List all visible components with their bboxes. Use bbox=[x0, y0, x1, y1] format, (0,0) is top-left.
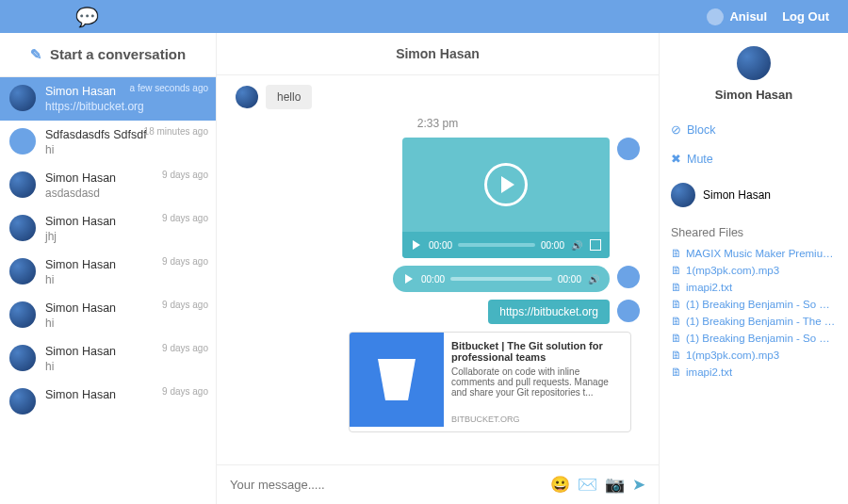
block-button[interactable]: ⊘Block bbox=[671, 115, 837, 144]
current-user[interactable]: Anisul bbox=[729, 9, 767, 24]
mute-icon: ✖ bbox=[671, 153, 681, 166]
chat-panel: Simon Hasan hello 2:33 pm 00:00 00:00 🔊 bbox=[217, 33, 660, 504]
play-button-icon[interactable] bbox=[402, 272, 416, 285]
bitbucket-logo-icon bbox=[350, 333, 444, 427]
file-item[interactable]: 🗎imapi2.txt bbox=[671, 279, 837, 296]
conversation-item[interactable]: Simon Hasanhttps://bitbucket.orga few se… bbox=[0, 77, 216, 121]
outgoing-link-message: https://bitbucket.org bbox=[236, 300, 640, 324]
profile-name: Simon Hasan bbox=[671, 88, 837, 102]
logout-link[interactable]: Log Out bbox=[782, 9, 829, 24]
attachment-icon[interactable]: ✉️ bbox=[578, 475, 597, 495]
file-item[interactable]: 🗎(1) Breaking Benjamin - The Diary of Ja… bbox=[671, 313, 837, 330]
audio-player[interactable]: 00:00 00:00 🔊 bbox=[393, 266, 610, 292]
conv-time: 9 days ago bbox=[162, 386, 208, 397]
shared-files-list: 🗎MAGIX Music Maker Premium - Music makin… bbox=[671, 245, 837, 381]
emoji-icon[interactable]: 😀 bbox=[550, 475, 570, 495]
conv-time: 9 days ago bbox=[162, 256, 208, 267]
play-icon[interactable] bbox=[484, 163, 528, 206]
avatar-icon bbox=[9, 85, 36, 111]
file-icon: 🗎 bbox=[671, 282, 682, 293]
conversation-item[interactable]: Sdfasdasdfs Sdfsdfhi18 minutes ago bbox=[0, 121, 216, 164]
avatar-icon bbox=[9, 171, 36, 198]
timestamp: 2:33 pm bbox=[236, 117, 640, 130]
chat-header: Simon Hasan bbox=[217, 33, 659, 75]
video-time-current: 00:00 bbox=[429, 240, 452, 251]
chat-bubbles-icon[interactable]: 💬 bbox=[75, 6, 99, 28]
avatar-icon bbox=[9, 258, 36, 285]
member-name: Simon Hasan bbox=[703, 188, 771, 202]
message-composer: 😀 ✉️ 📷 ➤ bbox=[217, 464, 659, 504]
member-row[interactable]: Simon Hasan bbox=[671, 173, 837, 217]
conversation-item[interactable]: Simon Hasanjhj9 days ago bbox=[0, 207, 216, 251]
video-time-total: 00:00 bbox=[541, 240, 564, 251]
play-button-icon[interactable] bbox=[410, 238, 423, 252]
video-seek-bar[interactable] bbox=[458, 243, 535, 247]
conv-time: 9 days ago bbox=[162, 300, 208, 310]
conv-preview: hi bbox=[45, 143, 206, 156]
conversation-item[interactable]: Simon Hasanasdasdasd9 days ago bbox=[0, 164, 216, 207]
compose-icon: ✎ bbox=[30, 46, 42, 62]
conversation-item[interactable]: Simon Hasan9 days ago bbox=[0, 381, 216, 422]
conversation-item[interactable]: Simon Hasanhi9 days ago bbox=[0, 337, 216, 381]
details-panel: Simon Hasan ⊘Block ✖Mute Simon Hasan She… bbox=[660, 33, 848, 504]
block-icon: ⊘ bbox=[671, 123, 681, 137]
file-icon: 🗎 bbox=[671, 316, 682, 327]
conversations-sidebar: ✎ Start a conversation Simon Hasanhttps:… bbox=[0, 33, 217, 504]
conversation-item[interactable]: Simon Hasanhi9 days ago bbox=[0, 294, 216, 337]
file-icon: 🗎 bbox=[671, 248, 682, 259]
file-item[interactable]: 🗎imapi2.txt bbox=[671, 364, 837, 381]
file-item[interactable]: 🗎(1) Breaking Benjamin - So Cold - YouTu… bbox=[671, 296, 837, 313]
camera-icon[interactable]: 📷 bbox=[605, 475, 625, 495]
file-icon: 🗎 bbox=[671, 366, 682, 378]
conv-time: 9 days ago bbox=[162, 213, 208, 223]
audio-seek-bar[interactable] bbox=[450, 277, 552, 281]
volume-icon[interactable]: 🔊 bbox=[570, 238, 583, 252]
message-text: hello bbox=[266, 85, 312, 109]
shared-files-title: Sheared Files bbox=[671, 226, 837, 239]
message-input[interactable] bbox=[230, 478, 543, 492]
file-icon: 🗎 bbox=[671, 333, 682, 344]
start-conversation-button[interactable]: ✎ Start a conversation bbox=[0, 33, 216, 77]
user-avatar-icon[interactable] bbox=[707, 8, 724, 25]
conv-time: 18 minutes ago bbox=[144, 126, 208, 137]
card-title: Bitbucket | The Git solution for profess… bbox=[451, 340, 623, 363]
topbar: 💬 Anisul Log Out bbox=[0, 0, 848, 33]
conv-time: 9 days ago bbox=[162, 343, 208, 353]
conv-preview: hi bbox=[45, 360, 206, 373]
video-player[interactable]: 00:00 00:00 🔊 bbox=[402, 138, 610, 258]
sender-avatar-icon bbox=[236, 86, 258, 108]
link-bubble[interactable]: https://bitbucket.org bbox=[488, 300, 610, 324]
incoming-message: hello bbox=[236, 85, 640, 109]
sender-avatar-icon bbox=[617, 266, 640, 288]
conv-preview: asdasdasd bbox=[45, 187, 206, 200]
audio-time-current: 00:00 bbox=[421, 274, 445, 285]
conv-preview: hi bbox=[45, 317, 206, 330]
mute-button[interactable]: ✖Mute bbox=[671, 144, 837, 173]
avatar-icon bbox=[9, 388, 36, 415]
link-preview-card[interactable]: Bitbucket | The Git solution for profess… bbox=[349, 332, 631, 432]
send-icon[interactable]: ➤ bbox=[632, 475, 645, 495]
fullscreen-icon[interactable] bbox=[589, 238, 602, 252]
avatar-icon bbox=[9, 215, 36, 241]
outgoing-video-message: 00:00 00:00 🔊 bbox=[236, 138, 640, 258]
audio-time-total: 00:00 bbox=[558, 274, 581, 285]
conversation-item[interactable]: Simon Hasanhi9 days ago bbox=[0, 251, 216, 294]
card-source: BITBUCKET.ORG bbox=[451, 415, 623, 424]
member-avatar-icon bbox=[671, 183, 695, 207]
file-item[interactable]: 🗎MAGIX Music Maker Premium - Music makin… bbox=[671, 245, 837, 262]
conv-time: 9 days ago bbox=[162, 170, 208, 180]
conversation-list: Simon Hasanhttps://bitbucket.orga few se… bbox=[0, 77, 216, 504]
file-item[interactable]: 🗎(1) Breaking Benjamin - So Cold - YouTu… bbox=[671, 330, 837, 347]
volume-icon[interactable]: 🔊 bbox=[587, 272, 600, 285]
conv-preview: jhj bbox=[45, 230, 206, 243]
file-icon: 🗎 bbox=[671, 350, 682, 361]
messages-area: hello 2:33 pm 00:00 00:00 🔊 bbox=[217, 75, 659, 464]
sender-avatar-icon bbox=[617, 300, 640, 322]
file-icon: 🗎 bbox=[671, 265, 682, 276]
file-item[interactable]: 🗎1(mp3pk.com).mp3 bbox=[671, 262, 837, 279]
start-label: Start a conversation bbox=[50, 46, 186, 62]
avatar-icon bbox=[9, 128, 36, 154]
file-icon: 🗎 bbox=[671, 299, 682, 310]
conv-preview: hi bbox=[45, 273, 206, 286]
file-item[interactable]: 🗎1(mp3pk.com).mp3 bbox=[671, 347, 837, 364]
